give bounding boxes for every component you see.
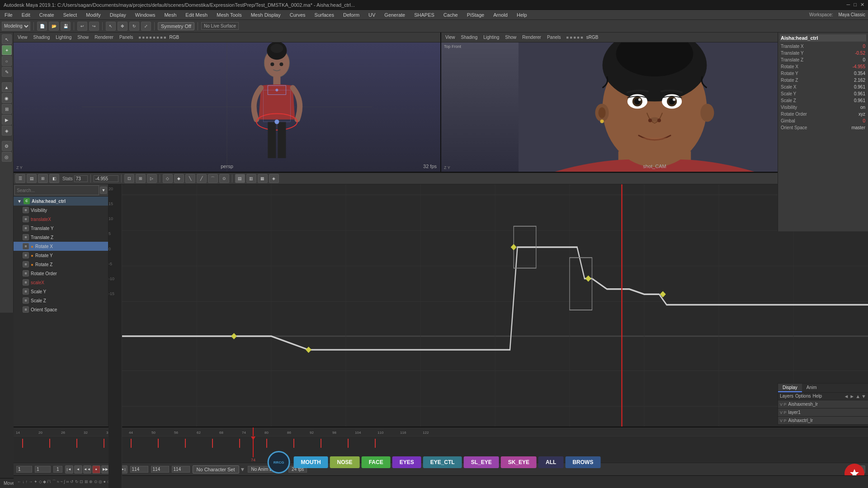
no-character-set-badge[interactable]: No Character Set bbox=[193, 465, 239, 474]
end-frame-input-2[interactable] bbox=[151, 466, 169, 473]
curve-item-rotateY[interactable]: ≡ ● Rotate Y bbox=[14, 251, 108, 260]
tangent-btn-2[interactable]: ╱ bbox=[197, 174, 207, 183]
all-button[interactable]: ALL bbox=[538, 456, 563, 468]
menu-cache[interactable]: Cache bbox=[442, 11, 460, 19]
curve-item-scaleX[interactable]: ≡ scaleX bbox=[14, 278, 108, 287]
tab-display[interactable]: Display bbox=[778, 384, 802, 392]
graph-btn-2[interactable]: ▤ bbox=[27, 174, 37, 183]
rigging-btn[interactable]: ⊞ bbox=[2, 104, 12, 114]
menu-select[interactable]: Select bbox=[61, 11, 79, 19]
curve-rz-icon[interactable]: ≡ bbox=[23, 261, 29, 267]
vp-right-shading[interactable]: Shading bbox=[459, 34, 480, 40]
value-input[interactable] bbox=[94, 175, 118, 182]
close-btn[interactable]: ✕ bbox=[860, 2, 864, 8]
menu-uv[interactable]: UV bbox=[367, 11, 377, 19]
vp-right-panels[interactable]: Panels bbox=[545, 34, 563, 40]
active-tool-btn[interactable]: ✦ bbox=[2, 45, 12, 55]
graph-btn-3[interactable]: ⊞ bbox=[38, 174, 48, 183]
modeling-btn[interactable]: ▲ bbox=[2, 82, 12, 92]
frame-display[interactable]: 1 bbox=[53, 466, 62, 473]
menu-mesh-display[interactable]: Mesh Display bbox=[249, 11, 283, 19]
curve-ry-icon[interactable]: ≡ bbox=[23, 252, 29, 258]
frame-play-btn[interactable]: ▷ bbox=[147, 174, 157, 183]
redo-btn[interactable]: ↪ bbox=[89, 22, 99, 31]
eyes-button[interactable]: EYES bbox=[392, 456, 421, 468]
menu-curves[interactable]: Curves bbox=[288, 11, 307, 19]
tab-anim[interactable]: Anim bbox=[802, 384, 821, 392]
vp-left-shading[interactable]: Shading bbox=[31, 34, 52, 40]
vp-right-view[interactable]: View bbox=[443, 34, 458, 40]
minimize-btn[interactable]: ─ bbox=[847, 2, 850, 8]
menu-display[interactable]: Display bbox=[108, 11, 128, 19]
menu-shapes[interactable]: SHAPES bbox=[412, 11, 436, 19]
key-btn-2[interactable]: ◆ bbox=[174, 174, 184, 183]
save-file-btn[interactable]: 💾 bbox=[61, 22, 71, 31]
key-btn-1[interactable]: ◇ bbox=[163, 174, 173, 183]
curve-item-translateZ[interactable]: ≡ Translate Z bbox=[14, 233, 108, 242]
curve-item-visibility[interactable]: ≡ Visibility bbox=[14, 206, 108, 215]
start-frame-input[interactable] bbox=[16, 466, 32, 473]
go-to-start-btn[interactable]: |◄ bbox=[65, 465, 73, 474]
menu-edit[interactable]: Edit bbox=[20, 11, 32, 19]
vp-right-lighting[interactable]: Lighting bbox=[481, 34, 501, 40]
layer-row-ctrl[interactable]: V P Aishaxctrl_lr bbox=[778, 417, 868, 425]
curve-item-rotateZ[interactable]: ≡ ● Rotate Z bbox=[14, 260, 108, 269]
menu-edit-mesh[interactable]: Edit Mesh bbox=[184, 11, 209, 19]
undo-btn[interactable]: ↩ bbox=[77, 22, 87, 31]
face-button[interactable]: FACE bbox=[362, 456, 391, 468]
menu-mesh[interactable]: Mesh bbox=[162, 11, 178, 19]
maximize-btn[interactable]: □ bbox=[854, 2, 857, 8]
graph-view-btn-4[interactable]: ◈ bbox=[269, 174, 279, 183]
layers-subtab-layers[interactable]: Layers bbox=[780, 394, 793, 399]
snap-btn[interactable]: ⊙ bbox=[219, 174, 229, 183]
lasso-btn[interactable]: ○ bbox=[2, 56, 12, 66]
menu-file[interactable]: File bbox=[3, 11, 14, 19]
scale-tool-btn[interactable]: ⤢ bbox=[141, 22, 151, 31]
frame-all-btn[interactable]: ⊡ bbox=[124, 174, 134, 183]
curve-search-input[interactable] bbox=[14, 185, 99, 195]
select-mode-btn[interactable]: ↖ bbox=[2, 34, 12, 44]
open-file-btn[interactable]: 📂 bbox=[49, 22, 59, 31]
play-fwd-btn[interactable]: ▶▶ bbox=[101, 465, 109, 474]
end-frame-input-3[interactable] bbox=[172, 466, 190, 473]
curve-vis-icon[interactable]: ≡ bbox=[23, 207, 29, 213]
curve-ro-icon[interactable]: ≡ bbox=[23, 270, 29, 277]
brows-button[interactable]: BROWS bbox=[565, 456, 600, 468]
vp-left-show[interactable]: Show bbox=[75, 34, 91, 40]
graph-view-btn-3[interactable]: ▦ bbox=[258, 174, 268, 183]
curve-item-rotateX[interactable]: ≡ ● Rotate X bbox=[14, 242, 108, 251]
layers-next-btn[interactable]: ► bbox=[849, 394, 854, 399]
frame-sel-btn[interactable]: ⊞ bbox=[136, 174, 146, 183]
misc-btn-2[interactable]: ◎ bbox=[2, 152, 12, 162]
curve-item-scaleZ[interactable]: ≡ Scale Z bbox=[14, 296, 108, 305]
anim-btn[interactable]: ▶ bbox=[2, 115, 12, 125]
graph-view-btn-1[interactable]: ▤ bbox=[235, 174, 245, 183]
layers-prev-btn[interactable]: ◄ bbox=[844, 394, 849, 399]
vp-left-lighting[interactable]: Lighting bbox=[53, 34, 74, 40]
graph-view-btn-2[interactable]: ▥ bbox=[246, 174, 256, 183]
sculpt-btn[interactable]: ◉ bbox=[2, 93, 12, 103]
vp-left-view[interactable]: View bbox=[15, 34, 30, 40]
layers-subtab-options[interactable]: Options bbox=[795, 394, 811, 399]
new-file-btn[interactable]: 📄 bbox=[37, 22, 47, 31]
symmetry-off-badge[interactable]: Symmetry Off bbox=[158, 22, 194, 30]
vp-right-show[interactable]: Show bbox=[503, 34, 519, 40]
paint-btn[interactable]: ✎ bbox=[2, 67, 12, 77]
curve-os-icon[interactable]: ≡ bbox=[23, 306, 29, 313]
menu-windows[interactable]: Windows bbox=[133, 11, 157, 19]
menu-modify[interactable]: Modify bbox=[84, 11, 102, 19]
end-frame-input-1[interactable] bbox=[130, 466, 148, 473]
rotate-tool-btn[interactable]: ↻ bbox=[129, 22, 139, 31]
record-btn[interactable]: ● bbox=[92, 465, 100, 474]
workspace-mode[interactable]: Maya Classic bbox=[839, 12, 865, 17]
layer-row-mesh[interactable]: V P Aishaxmesh_lr bbox=[778, 400, 868, 408]
curve-sz-icon[interactable]: ≡ bbox=[23, 297, 29, 304]
char-set-dropdown[interactable]: ▼ bbox=[240, 466, 245, 473]
curve-item-rotateOrder[interactable]: ≡ Rotate Order bbox=[14, 269, 108, 278]
menu-generate[interactable]: Generate bbox=[382, 11, 407, 19]
layers-subtab-help[interactable]: Help bbox=[812, 394, 822, 399]
curve-item-translateX[interactable]: ≡ translateX bbox=[14, 215, 108, 224]
render-btn[interactable]: ◈ bbox=[2, 126, 12, 136]
misc-btn-1[interactable]: ⚙ bbox=[2, 141, 12, 151]
layers-up-btn[interactable]: ▲ bbox=[855, 394, 860, 399]
